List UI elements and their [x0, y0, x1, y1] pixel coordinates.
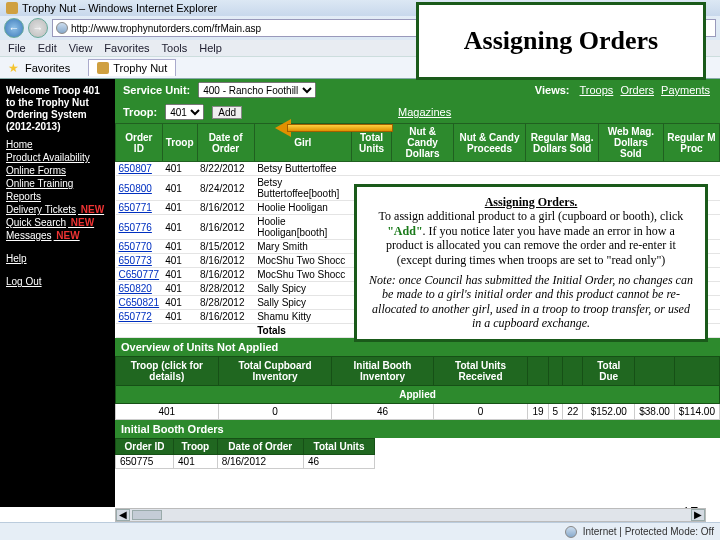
- sidebar-item-messages[interactable]: Messages NEW: [6, 230, 109, 241]
- sidebar-item-quick-search[interactable]: Quick Search NEW: [6, 217, 109, 228]
- orders-col: Troop: [162, 124, 197, 162]
- menu-edit[interactable]: Edit: [38, 42, 57, 54]
- menu-file[interactable]: File: [8, 42, 26, 54]
- scroll-thumb[interactable]: [132, 510, 162, 520]
- sidebar-item-reports[interactable]: Reports: [6, 191, 109, 202]
- order-row[interactable]: 6508074018/22/2012Betsy Buttertoffee: [116, 162, 720, 176]
- orders-col: Order ID: [116, 124, 163, 162]
- magazines-link[interactable]: Magazines: [398, 106, 451, 118]
- status-bar: Internet | Protected Mode: Off: [0, 522, 720, 540]
- views-label: Views:: [535, 84, 570, 96]
- orders-col: Regular Mag. Dollars Sold: [526, 124, 599, 162]
- status-globe-icon: [565, 526, 577, 538]
- globe-icon: [56, 22, 68, 34]
- service-unit-label: Service Unit:: [123, 84, 190, 96]
- app-favicon: [6, 2, 18, 14]
- views-payments[interactable]: Payments: [661, 84, 710, 96]
- callout-body-p1: To assign additional product to a girl (…: [369, 209, 693, 267]
- booth-table: Order IDTroopDate of OrderTotal Units 65…: [115, 438, 375, 469]
- callout-body: Assigning Orders. To assign additional p…: [354, 184, 708, 342]
- units-table: Troop (click for details)Total Cupboard …: [115, 356, 720, 420]
- filter-bar-2: Troop: 401 Add Magazines: [115, 101, 720, 123]
- tab-favicon: [97, 62, 109, 74]
- sidebar-item-online-training[interactable]: Online Training: [6, 178, 109, 189]
- orders-col: Regular M Proc: [663, 124, 719, 162]
- menu-tools[interactable]: Tools: [162, 42, 188, 54]
- menu-favorites[interactable]: Favorites: [104, 42, 149, 54]
- back-button[interactable]: ←: [4, 18, 24, 38]
- orders-col: Web Mag. Dollars Sold: [598, 124, 663, 162]
- callout-title-text: Assigning Orders: [464, 27, 658, 54]
- callout-body-note: Note: once Council has submitted the Ini…: [369, 273, 693, 331]
- window-title: Trophy Nut – Windows Internet Explorer: [22, 2, 217, 14]
- sidebar-help[interactable]: Help: [6, 253, 109, 264]
- filter-bar-1: Service Unit: 400 - Rancho Foothill View…: [115, 79, 720, 101]
- favorites-label[interactable]: Favorites: [25, 62, 70, 74]
- scroll-left-arrow[interactable]: ◀: [116, 509, 130, 521]
- favorites-star-icon[interactable]: ★: [8, 61, 19, 75]
- arrow-annotation: [275, 121, 395, 135]
- tab-label: Trophy Nut: [113, 62, 167, 74]
- sidebar-welcome: Welcome Troop 401 to the Trophy Nut Orde…: [6, 85, 109, 133]
- views-troops[interactable]: Troops: [580, 84, 614, 96]
- menu-help[interactable]: Help: [199, 42, 222, 54]
- troop-select[interactable]: 401: [165, 104, 204, 120]
- status-text: Internet | Protected Mode: Off: [583, 526, 714, 537]
- sidebar-logout[interactable]: Log Out: [6, 276, 109, 287]
- booth-section-title: Initial Booth Orders: [115, 420, 720, 438]
- service-unit-select[interactable]: 400 - Rancho Foothill: [198, 82, 316, 98]
- troop-label: Troop:: [123, 106, 157, 118]
- orders-col: Nut & Candy Dollars: [392, 124, 453, 162]
- units-row[interactable]: 401 0 46 0 19 5 22 $152.00 $38.00 $114.0…: [116, 404, 720, 420]
- sidebar-item-online-forms[interactable]: Online Forms: [6, 165, 109, 176]
- callout-title: Assigning Orders: [416, 2, 706, 80]
- views-orders[interactable]: Orders: [620, 84, 654, 96]
- browser-tab[interactable]: Trophy Nut: [88, 59, 176, 76]
- sidebar: Welcome Troop 401 to the Trophy Nut Orde…: [0, 79, 115, 507]
- applied-header: Applied: [116, 386, 720, 404]
- sidebar-item-product-availability[interactable]: Product Availability: [6, 152, 109, 163]
- forward-button[interactable]: →: [28, 18, 48, 38]
- sidebar-item-home[interactable]: Home: [6, 139, 109, 150]
- orders-col: Date of Order: [197, 124, 254, 162]
- orders-col: Nut & Candy Proceeds: [453, 124, 526, 162]
- add-button[interactable]: Add: [212, 106, 242, 119]
- horizontal-scrollbar[interactable]: ◀ ▶: [115, 508, 706, 522]
- booth-row[interactable]: 650775 401 8/16/2012 46: [116, 455, 375, 469]
- callout-body-header: Assigning Orders.: [369, 195, 693, 209]
- sidebar-item-delivery-tickets[interactable]: Delivery Tickets NEW: [6, 204, 109, 215]
- scroll-right-arrow[interactable]: ▶: [691, 509, 705, 521]
- menu-view[interactable]: View: [69, 42, 93, 54]
